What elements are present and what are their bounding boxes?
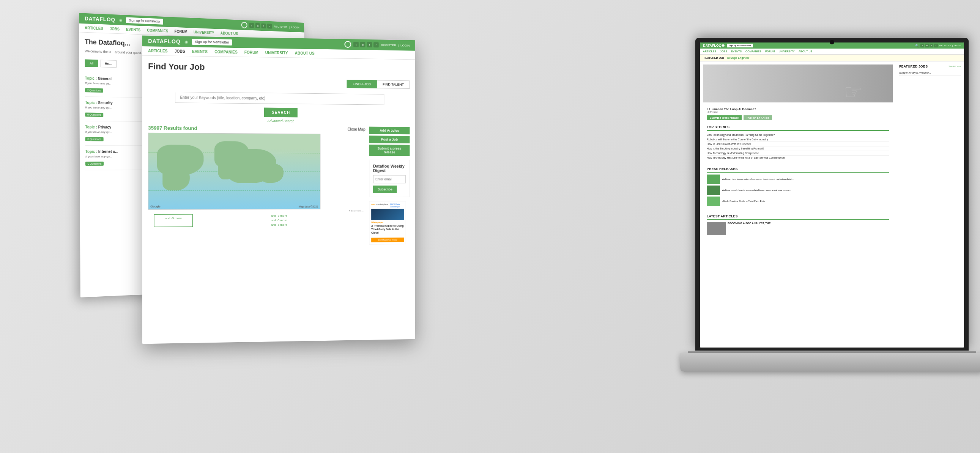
laptop-nav-university[interactable]: UNIVERSITY — [779, 50, 795, 53]
advert-image — [371, 209, 404, 220]
add-articles-btn[interactable]: Add Articles — [369, 127, 409, 134]
rss-icon[interactable]: r — [267, 24, 272, 29]
subscribe-button[interactable]: Subscribe — [373, 186, 397, 193]
featured-jobs-title: FEATURED JOBS — [899, 65, 928, 68]
forum-logo: DATAFLOQ — [84, 16, 115, 23]
pr-text-3: eBook: Practical Guide to Third-Party Ex… — [722, 200, 765, 203]
press-release-1: Webinar: How to use external consumer in… — [707, 175, 889, 184]
google-watermark: Google — [150, 205, 161, 208]
facebook-icon-jobs[interactable]: f — [367, 42, 372, 48]
find-a-job-tab[interactable]: FIND A JOB — [347, 79, 377, 88]
rss-icon-jobs[interactable]: r — [374, 42, 379, 48]
jobs-page-title: Find Your Job — [148, 62, 409, 75]
laptop-rss-icon[interactable]: r — [934, 44, 938, 48]
results-pagination: and -5 more and -5 more and -5 more and … — [148, 212, 365, 229]
twitter-icon[interactable]: t — [249, 23, 254, 28]
jobs-nav-forum[interactable]: FORUM — [245, 50, 258, 55]
world-map: Google Map data ©2021 — [148, 133, 320, 210]
featured-job-label: FEATURED JOB — [704, 57, 724, 59]
jobs-nav-jobs[interactable]: JOBS — [175, 49, 185, 54]
jobs-nav-about[interactable]: ABOUT US — [295, 51, 315, 56]
forum-tab-all[interactable]: All — [85, 59, 98, 67]
jobs-sidebar: Add Articles Post a Job Submit a press r… — [369, 127, 409, 245]
story-3[interactable]: How to Link SCADA With IoT Devices — [707, 142, 889, 146]
laptop-main-content: ☞ ☜ s Human In The Loop AI Doomed? ull F… — [700, 62, 964, 346]
close-map-button[interactable]: Close Map — [348, 127, 366, 131]
jobs-nav-events[interactable]: EVENTS — [192, 49, 208, 54]
submit-press-release-laptop-btn[interactable]: Submit a press release — [707, 115, 741, 120]
laptop-nav-companies[interactable]: COMPANIES — [745, 50, 761, 53]
continent-africa — [218, 153, 237, 180]
advert-tag: Whitepaper: — [371, 221, 404, 224]
see-all-jobs-link[interactable]: See All Jobs — [948, 65, 961, 68]
nav-jobs[interactable]: JOBS — [110, 27, 119, 32]
laptop-linkedin-icon[interactable]: in — [925, 44, 929, 48]
advert-download-btn[interactable]: DOWNLOAD NOW — [371, 237, 404, 242]
story-5[interactable]: How Technology is Modernizing Compliance — [707, 151, 889, 156]
digest-email-input[interactable] — [373, 175, 406, 183]
article-title-1[interactable]: BECOMING A SOC ANALYST, THE — [728, 222, 770, 235]
laptop-nav-about[interactable]: ABOUT US — [799, 50, 813, 53]
laptop-frame: DATAFLOQ◉ Sign up for Newsletter 🔍 t in … — [695, 38, 969, 351]
laptop-facebook-icon[interactable]: f — [929, 44, 933, 48]
laptop-nav-jobs[interactable]: JOBS — [720, 50, 727, 53]
publish-article-btn[interactable]: Publish an Article — [743, 115, 772, 120]
nav-university[interactable]: UNIVERSITY — [194, 30, 215, 35]
twitter-icon-jobs[interactable]: t — [353, 42, 359, 47]
jobs-hero-section: Find Your Job FIND A JOB FIND TALENT SEA… — [142, 56, 415, 124]
story-4[interactable]: How is the Trucking Industry Benefiting … — [707, 146, 889, 151]
hiil-title: s Human In The Loop AI Doomed? — [707, 107, 889, 111]
press-release-buttons: Submit a press release Publish an Articl… — [703, 115, 893, 120]
find-talent-tab[interactable]: FIND TALENT — [377, 80, 410, 89]
latest-articles-title: LATEST ARTICLES — [707, 215, 889, 220]
laptop-nav-events[interactable]: EVENTS — [731, 50, 741, 53]
continent-australia — [261, 164, 283, 183]
nav-about[interactable]: ABOUT US — [221, 31, 239, 36]
story-6[interactable]: How Technology Has Led to the Rise of Se… — [707, 156, 889, 160]
forum-search-icon[interactable] — [242, 22, 247, 28]
hiil-section: s Human In The Loop AI Doomed? ull Frank… — [703, 105, 893, 115]
pr-text-1: Webinar: How to use external consumer in… — [722, 178, 794, 181]
screen-jobs: DATAFLOQ ◉ Sign up for Newsletter t in f… — [142, 36, 415, 344]
jobs-nav-companies[interactable]: COMPANIES — [215, 50, 238, 54]
laptop-brand-logo: DATAFLOQ◉ — [703, 44, 725, 48]
submit-press-release-btn[interactable]: Submit a press release — [369, 145, 409, 156]
featured-job-value[interactable]: DevOps Engineer — [727, 57, 749, 59]
jobs-nav-articles[interactable]: ARTICLES — [148, 49, 167, 53]
action-buttons: Add Articles Post a Job Submit a press r… — [369, 127, 409, 156]
jobs-auth: REGISTER | LOGIN — [381, 43, 410, 47]
laptop-nav-forum[interactable]: FORUM — [765, 50, 775, 53]
nav-companies[interactable]: COMPANIES — [147, 29, 168, 33]
results-count: 35997 Results found — [148, 125, 197, 131]
jobs-results-area: 35997 Results found Close Map — [142, 122, 415, 249]
laptop-search-icon[interactable]: 🔍 — [915, 44, 919, 48]
forum-newsletter-btn[interactable]: Sign up for Newsletter — [126, 17, 164, 24]
linkedin-icon[interactable]: in — [255, 23, 260, 28]
featured-job-item-1[interactable]: Support Analyst, Window... — [899, 70, 961, 75]
nav-forum[interactable]: FORUM — [175, 29, 188, 34]
facebook-icon[interactable]: f — [261, 24, 266, 29]
hand-reaching-icon: ☜ — [726, 67, 741, 83]
jobs-newsletter-btn[interactable]: Sign up for Newsletter — [192, 39, 232, 46]
story-1[interactable]: Can Technology and Traditional Farming C… — [707, 133, 889, 137]
jobs-search-button[interactable]: SEARCH — [264, 108, 298, 118]
laptop-twitter-icon[interactable]: t — [920, 44, 924, 48]
forum-tab-recent[interactable]: Re... — [100, 60, 117, 68]
laptop-nav-articles[interactable]: ARTICLES — [703, 50, 716, 53]
bookmark-label: ✦ Bookmark ... — [148, 209, 365, 212]
post-job-btn[interactable]: Post a Job — [369, 135, 409, 143]
result-card-1: and -5 more — [154, 215, 193, 227]
jobs-search-input[interactable] — [175, 92, 384, 105]
nav-events[interactable]: EVENTS — [126, 27, 140, 32]
laptop-hero-image: ☞ ☜ — [703, 65, 893, 102]
linkedin-icon-jobs[interactable]: in — [360, 42, 366, 48]
laptop-left-content: ☞ ☜ s Human In The Loop AI Doomed? ull F… — [700, 62, 896, 346]
weekly-digest-box: Datafloq Weekly Digest Subscribe — [369, 160, 409, 197]
laptop-newsletter-btn[interactable]: Sign up for Newsletter — [727, 44, 753, 48]
story-2[interactable]: Robotics Will Become the Core of the Dai… — [707, 137, 889, 142]
jobs-nav-university[interactable]: UNIVERSITY — [265, 51, 288, 55]
laptop-wrapper: DATAFLOQ◉ Sign up for Newsletter 🔍 t in … — [695, 38, 969, 372]
jobs-search-icon[interactable] — [345, 41, 352, 48]
press-releases-section: PRESS RELEASES Webinar: How to use exter… — [703, 165, 893, 210]
nav-articles[interactable]: ARTICLES — [84, 26, 103, 31]
